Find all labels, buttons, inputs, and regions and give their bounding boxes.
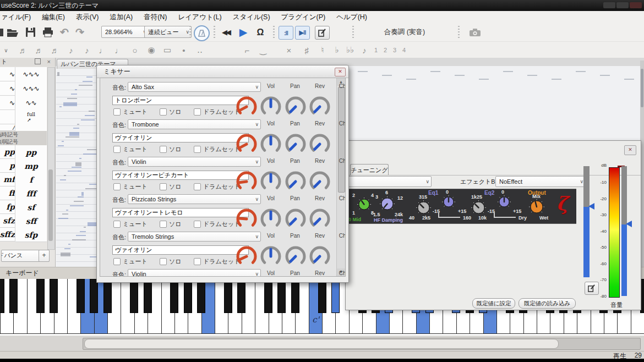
rev-knob[interactable]: Rev	[283, 169, 308, 204]
rewind-icon[interactable]: ◀◀	[218, 23, 233, 41]
master-gain-track-right[interactable]	[621, 166, 627, 224]
menu-item-2[interactable]: 表示(V)	[70, 13, 105, 22]
chevron-down-icon[interactable]: ∨	[1, 42, 11, 58]
natural-icon[interactable]: ♮	[316, 42, 329, 58]
menu-item-3[interactable]: 追加(A)	[104, 13, 138, 22]
tie-icon[interactable]: ‿	[256, 42, 270, 58]
menu-item-4[interactable]: 音符(N)	[138, 13, 172, 22]
vol-knob[interactable]: Vol	[234, 169, 259, 204]
menu-item-6[interactable]: スタイル(S)	[227, 13, 276, 22]
drumset-checkbox[interactable]: ドラムセット	[194, 183, 241, 191]
black-key[interactable]	[291, 279, 299, 313]
close-button[interactable]	[630, 2, 642, 8]
black-key[interactable]	[77, 279, 85, 313]
vol-knob[interactable]: Vol	[234, 207, 259, 241]
concert-pitch-button[interactable]: 合奏調 (実音)	[361, 23, 449, 41]
minimize-button[interactable]	[603, 2, 615, 8]
dynamic-cell[interactable]: fff	[15, 187, 47, 201]
eq2-freq-knob[interactable]	[471, 200, 486, 217]
black-key[interactable]	[264, 279, 272, 313]
cho-knob[interactable]: Cho	[308, 95, 332, 129]
scroll-handle[interactable]	[338, 87, 345, 193]
black-key[interactable]	[184, 279, 192, 313]
pan-knob[interactable]: Pan	[259, 95, 283, 129]
open-file-icon[interactable]	[6, 23, 20, 41]
rev-knob[interactable]: Rev	[283, 132, 308, 166]
black-key[interactable]	[36, 279, 45, 313]
view-mode-select[interactable]: 連続ビュー∨	[144, 26, 192, 38]
palette-cell[interactable]: ∿	[0, 81, 15, 96]
drumset-checkbox[interactable]: ドラムセット	[194, 257, 241, 266]
vol-knob[interactable]: Vol	[234, 244, 259, 277]
voice-2-button[interactable]: 2	[381, 42, 389, 58]
mixer-title-bar[interactable]: ミキサー ✕	[97, 65, 348, 78]
voice-4-button[interactable]: 4	[400, 42, 408, 58]
channel-name-input[interactable]	[112, 171, 249, 180]
double-whole-icon[interactable]: ▭	[161, 42, 174, 58]
score-notation[interactable]	[56, 69, 97, 267]
black-key[interactable]	[277, 279, 286, 313]
solo-checkbox[interactable]: ソロ	[160, 183, 182, 191]
menu-item-5[interactable]: レイアウト(L)	[173, 13, 227, 22]
dynamic-cell[interactable]: p	[0, 159, 15, 173]
drumset-checkbox[interactable]: ドラムセット	[194, 108, 241, 116]
image-capture-button[interactable]	[467, 23, 483, 41]
add-workspace-button[interactable]: +	[39, 250, 50, 262]
pan-knob[interactable]: Pan	[259, 244, 283, 277]
tab-tuning[interactable]: チューニング	[350, 164, 389, 175]
black-key[interactable]	[331, 279, 340, 313]
whole-note-icon[interactable]: ♩	[112, 42, 125, 58]
black-key[interactable]	[318, 279, 326, 313]
mute-checkbox[interactable]: ミュート	[113, 183, 148, 191]
dynamic-cell[interactable]: mp	[15, 159, 47, 173]
mid-rt-knob[interactable]	[357, 198, 371, 213]
dynamic-cell[interactable]: sff	[15, 214, 47, 228]
effect-a-select[interactable]: ∨	[346, 176, 432, 187]
solo-checkbox[interactable]: ソロ	[160, 145, 182, 153]
menu-item-1[interactable]: 編集(E)	[36, 13, 70, 22]
undo-icon[interactable]: ↶	[57, 23, 72, 41]
pan-knob[interactable]: Pan	[259, 169, 283, 204]
vol-knob[interactable]: Vol	[234, 78, 259, 91]
pan-score-button[interactable]: ▶‖	[295, 26, 310, 40]
dynamic-cell[interactable]: sfp	[15, 228, 47, 242]
undock-icon[interactable]	[35, 58, 41, 64]
menu-item-0[interactable]: ファイル(F)	[0, 13, 36, 22]
vol-knob[interactable]: Vol	[234, 95, 259, 129]
longa-icon[interactable]: ◉	[145, 42, 158, 58]
rev-knob[interactable]: Rev	[283, 78, 308, 91]
cho-knob[interactable]: Cho	[308, 78, 332, 91]
breve-icon[interactable]: ○	[128, 42, 141, 58]
vol-knob[interactable]: Vol	[234, 132, 259, 166]
cho-knob[interactable]: Cho	[308, 169, 332, 204]
menu-item-8[interactable]: ヘルプ(H)	[331, 13, 373, 22]
scroll-handle[interactable]	[84, 339, 559, 349]
black-key[interactable]	[0, 279, 4, 313]
dynamic-cell[interactable]: sfz	[0, 214, 15, 228]
set-default-button[interactable]: 既定値に設定	[472, 298, 515, 309]
play-repeats-button[interactable]: :‖	[279, 26, 293, 40]
horizontal-scrollbar[interactable]	[83, 338, 641, 350]
close-icon[interactable]: ×	[47, 58, 51, 66]
augmentation-dot-icon[interactable]: •	[177, 42, 190, 58]
double-dot-icon[interactable]: ‥	[193, 42, 206, 58]
drumset-checkbox[interactable]: ドラムセット	[194, 220, 241, 228]
menu-item-7[interactable]: プラグイン(P)	[276, 13, 331, 22]
print-icon[interactable]	[41, 23, 55, 41]
black-key[interactable]	[50, 279, 58, 313]
edit-volume-button[interactable]	[585, 282, 599, 295]
palette-cell[interactable]: ∿	[0, 67, 15, 81]
dynamic-cell[interactable]: ff	[0, 187, 15, 200]
zoom-select[interactable]: 28.9664%∨	[101, 26, 149, 38]
close-icon[interactable]: ✕	[335, 68, 346, 76]
palette-cell[interactable]: ∿∿∿	[15, 81, 47, 96]
output-mix-knob[interactable]	[529, 199, 544, 216]
channel-name-input[interactable]	[112, 208, 249, 217]
channel-name-input[interactable]	[112, 245, 249, 255]
pan-knob[interactable]: Pan	[259, 78, 283, 91]
new-file-icon[interactable]	[0, 23, 3, 41]
dynamic-cell[interactable]: f	[15, 173, 47, 187]
black-key[interactable]	[197, 279, 205, 313]
rest-icon[interactable]: ⌐	[241, 42, 254, 58]
palette-scrollbar[interactable]	[47, 67, 55, 250]
